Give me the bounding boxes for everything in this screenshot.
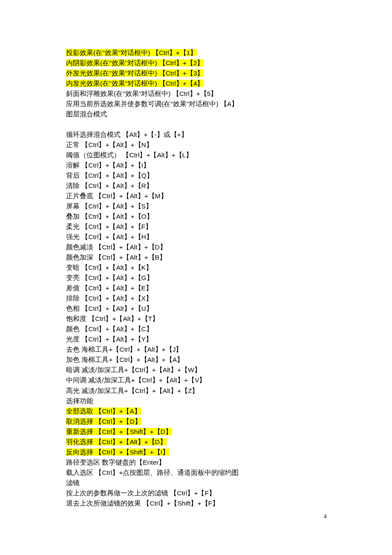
shortcut-line: 强光 【Ctrl】+【Alt】+【H】 <box>66 232 326 242</box>
shortcut-list: 投影效果(在"效果"对话框中) 【Ctrl】+【1】 内阴影效果(在"效果"对话… <box>66 48 326 509</box>
shortcut-line: 滤镜 <box>66 478 326 488</box>
shortcut-line: 变暗 【Ctrl】+【Alt】+【K】 <box>66 263 326 273</box>
shortcut-line: 阈值（位图模式） 【Ctrl】+【Alt】+【L】 <box>66 150 326 160</box>
shortcut-line: 屏幕 【Ctrl】+【Alt】+【S】 <box>66 201 326 211</box>
shortcut-line: 饱和度 【Ctrl】+【Alt】+【T】 <box>66 314 326 324</box>
page-number: 4 <box>324 513 327 521</box>
shortcut-line: 投影效果(在"效果"对话框中) 【Ctrl】+【1】 <box>66 48 326 58</box>
shortcut-line: 背后 【Ctrl】+【Alt】+【Q】 <box>66 171 326 181</box>
shortcut-line: 色相 【Ctrl】+【Alt】+【U】 <box>66 304 326 314</box>
shortcut-line: 清除 【Ctrl】+【Alt】+【R】 <box>66 181 326 191</box>
shortcut-line: 载入选区 【Ctrl】+点按图层、路径、通道面板中的缩约图 <box>66 468 326 478</box>
highlighted-text: 重新选择 【Ctrl】+【Shift】+【D】 <box>66 428 172 435</box>
shortcut-line: 中间调 减淡/加深工具+【Ctrl】+【Alt】+【V】 <box>66 375 326 385</box>
highlighted-text: 内发光效果(在"效果"对话框中) 【Ctrl】+【4】 <box>66 80 204 87</box>
shortcut-line: 循环选择混合模式 【Alt】+【-】或【+】 <box>66 130 326 140</box>
highlighted-text: 内阴影效果(在"效果"对话框中) 【Ctrl】+【2】 <box>66 59 204 66</box>
highlighted-text: 羽化选择 【Ctrl】+【Alt】+【D】 <box>66 438 167 445</box>
shortcut-line: 羽化选择 【Ctrl】+【Alt】+【D】 <box>66 437 326 447</box>
highlighted-text: 取消选择 【Ctrl】+【D】 <box>66 418 141 425</box>
shortcut-line: 外发光效果(在"效果"对话框中) 【Ctrl】+【3】 <box>66 68 326 78</box>
shortcut-line: 去色 海棉工具+【Ctrl】+【Alt】+【J】 <box>66 344 326 355</box>
shortcut-line: 颜色加深 【Ctrl】+【Alt】+【B】 <box>66 252 326 263</box>
highlighted-text: 投影效果(在"效果"对话框中) 【Ctrl】+【1】 <box>66 49 197 56</box>
shortcut-line: 光度 【Ctrl】+【Alt】+【Y】 <box>66 334 326 344</box>
shortcut-line: 暗调 减淡/加深工具+【Ctrl】+【Alt】+【W】 <box>66 365 326 375</box>
shortcut-line: 变亮 【Ctrl】+【Alt】+【G】 <box>66 273 326 283</box>
document-page: 投影效果(在"效果"对话框中) 【Ctrl】+【1】 内阴影效果(在"效果"对话… <box>0 0 392 521</box>
shortcut-line: 全部选取 【Ctrl】+【A】 <box>66 406 326 416</box>
shortcut-line: 斜面和浮雕效果(在"效果"对话框中) 【Ctrl】+【5】 <box>66 89 326 99</box>
highlighted-text: 反向选择 【Ctrl】+【Shift】+【I】 <box>66 448 169 456</box>
shortcut-line: 路径变选区 数字键盘的【Enter】 <box>66 457 326 468</box>
shortcut-line: 图层混合模式 <box>66 109 326 119</box>
shortcut-line: 排除 【Ctrl】+【Alt】+【X】 <box>66 293 326 304</box>
shortcut-line: 退去上次所做滤镜的效果 【Ctrl】+【Shift】+【F】 <box>66 498 326 509</box>
shortcut-line: 应用当前所选效果并使参数可调(在"效果"对话框中) 【A】 <box>66 99 326 109</box>
shortcut-line: 溶解 【Ctrl】+【Alt】+【I】 <box>66 160 326 171</box>
highlighted-text: 全部选取 【Ctrl】+【A】 <box>66 408 141 415</box>
shortcut-line: 正片叠底 【Ctrl】+【Alt】+【M】 <box>66 191 326 201</box>
shortcut-line: 按上次的参数再做一次上次的滤镜 【Ctrl】+【F】 <box>66 488 326 498</box>
shortcut-line: 颜色减淡 【Ctrl】+【Alt】+【D】 <box>66 242 326 252</box>
shortcut-line: 高光 减淡/加深工具+【Ctrl】+【Alt】+【Z】 <box>66 386 326 396</box>
shortcut-line: 差值 【Ctrl】+【Alt】+【E】 <box>66 283 326 293</box>
shortcut-line: 加色 海棉工具+【Ctrl】+【Alt】+【A】 <box>66 355 326 365</box>
shortcut-line: 内发光效果(在"效果"对话框中) 【Ctrl】+【4】 <box>66 78 326 89</box>
shortcut-line: 重新选择 【Ctrl】+【Shift】+【D】 <box>66 427 326 437</box>
blank-line <box>66 119 326 130</box>
shortcut-line: 反向选择 【Ctrl】+【Shift】+【I】 <box>66 447 326 457</box>
shortcut-line: 柔光 【Ctrl】+【Alt】+【F】 <box>66 222 326 232</box>
shortcut-line: 正常 【Ctrl】+【Alt】+【N】 <box>66 140 326 150</box>
shortcut-line: 叠加 【Ctrl】+【Alt】+【O】 <box>66 211 326 222</box>
shortcut-line: 颜色 【Ctrl】+【Alt】+【C】 <box>66 324 326 334</box>
highlighted-text: 外发光效果(在"效果"对话框中) 【Ctrl】+【3】 <box>66 69 204 77</box>
shortcut-line: 取消选择 【Ctrl】+【D】 <box>66 416 326 427</box>
shortcut-line: 选择功能 <box>66 396 326 406</box>
shortcut-line: 内阴影效果(在"效果"对话框中) 【Ctrl】+【2】 <box>66 58 326 68</box>
